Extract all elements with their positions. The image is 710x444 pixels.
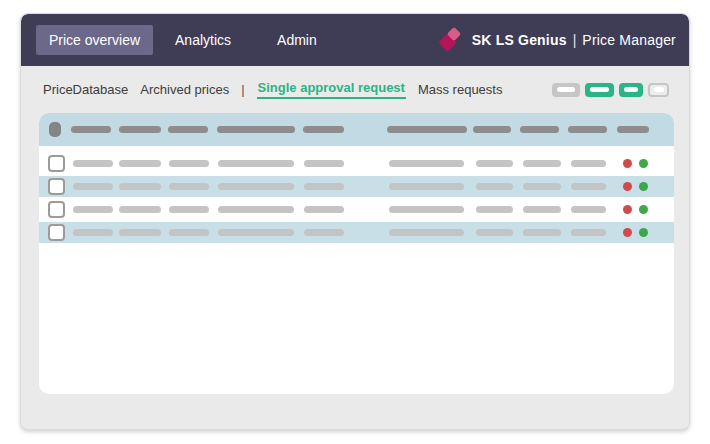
cell-skeleton-bar bbox=[523, 183, 561, 190]
row-checkbox[interactable] bbox=[48, 224, 65, 241]
cell-skeleton-bar bbox=[476, 229, 513, 236]
cell-skeleton-bar bbox=[571, 160, 606, 167]
cell-skeleton-bar bbox=[169, 206, 209, 213]
status-dot-2 bbox=[639, 205, 648, 214]
cell-skeleton-bar bbox=[523, 206, 561, 213]
button-bar-placeholder bbox=[624, 87, 638, 92]
subnav-link-archived-prices[interactable]: Archived prices bbox=[140, 82, 229, 97]
column-header-skeleton bbox=[217, 126, 295, 133]
subnav-link-mass-requests[interactable]: Mass requests bbox=[418, 82, 503, 97]
status-dot-2 bbox=[639, 228, 648, 237]
cell-skeleton-bar bbox=[389, 229, 464, 236]
status-dot-1 bbox=[623, 182, 632, 191]
cell-skeleton-bar bbox=[119, 206, 161, 213]
select-all-placeholder[interactable] bbox=[49, 122, 61, 137]
cell-skeleton-bar bbox=[73, 206, 113, 213]
brand-separator: | bbox=[573, 32, 577, 48]
status-dot-1 bbox=[623, 159, 632, 168]
tab-admin[interactable]: Admin bbox=[277, 32, 317, 48]
subnav-link-pricedatabase[interactable]: PriceDatabase bbox=[43, 82, 128, 97]
double-diamond-icon bbox=[438, 27, 464, 53]
cell-skeleton-bar bbox=[119, 183, 161, 190]
column-header-skeleton bbox=[303, 126, 344, 133]
cell-skeleton-bar bbox=[169, 229, 209, 236]
row-checkbox[interactable] bbox=[48, 201, 65, 218]
status-dot-1 bbox=[623, 228, 632, 237]
cell-skeleton-bar bbox=[73, 183, 113, 190]
sub-navbar: PriceDatabase Archived prices | Single a… bbox=[21, 66, 689, 113]
column-header-skeleton bbox=[568, 126, 607, 133]
status-dot-2 bbox=[639, 159, 648, 168]
column-header-skeleton bbox=[520, 126, 559, 133]
action-button-1[interactable] bbox=[552, 83, 580, 97]
column-header-skeleton bbox=[473, 126, 511, 133]
cell-skeleton-bar bbox=[169, 160, 209, 167]
top-navbar: Price overview Analytics Admin SK LS Gen… bbox=[21, 14, 689, 66]
cell-skeleton-bar bbox=[304, 206, 344, 213]
table-header-row bbox=[39, 113, 674, 146]
row-checkbox[interactable] bbox=[48, 178, 65, 195]
cell-skeleton-bar bbox=[523, 160, 561, 167]
table-row[interactable] bbox=[39, 199, 674, 220]
cell-skeleton-bar bbox=[571, 206, 606, 213]
cell-skeleton-bar bbox=[476, 183, 513, 190]
cell-skeleton-bar bbox=[73, 160, 113, 167]
action-button-3[interactable] bbox=[619, 83, 643, 97]
column-header-skeleton bbox=[168, 126, 208, 133]
row-checkbox[interactable] bbox=[48, 155, 65, 172]
cell-skeleton-bar bbox=[304, 160, 344, 167]
cell-skeleton-bar bbox=[389, 160, 464, 167]
brand: SK LS Genius | Price Manager bbox=[438, 27, 676, 53]
cell-skeleton-bar bbox=[169, 183, 209, 190]
table-row[interactable] bbox=[39, 176, 674, 197]
button-bar-placeholder bbox=[557, 87, 575, 92]
cell-skeleton-bar bbox=[571, 183, 606, 190]
cell-skeleton-bar bbox=[389, 206, 464, 213]
cell-skeleton-bar bbox=[571, 229, 606, 236]
brand-name: SK LS Genius bbox=[472, 32, 567, 48]
app-window: Price overview Analytics Admin SK LS Gen… bbox=[20, 13, 690, 430]
button-bar-placeholder bbox=[590, 87, 609, 92]
cell-skeleton-bar bbox=[304, 229, 344, 236]
column-header-skeleton bbox=[119, 126, 161, 133]
screenshot-canvas: Price overview Analytics Admin SK LS Gen… bbox=[0, 0, 710, 444]
action-button-2[interactable] bbox=[585, 83, 614, 97]
subnav-separator: | bbox=[241, 82, 244, 97]
column-header-skeleton bbox=[387, 126, 467, 133]
cell-skeleton-bar bbox=[119, 229, 161, 236]
status-dot-2 bbox=[639, 182, 648, 191]
cell-skeleton-bar bbox=[218, 183, 294, 190]
cell-skeleton-bar bbox=[389, 183, 464, 190]
status-dot-1 bbox=[623, 205, 632, 214]
subnav-link-single-approval-request[interactable]: Single approval request bbox=[257, 80, 406, 99]
button-bar-placeholder bbox=[654, 87, 664, 92]
cell-skeleton-bar bbox=[218, 160, 294, 167]
cell-skeleton-bar bbox=[476, 206, 513, 213]
tab-analytics[interactable]: Analytics bbox=[175, 32, 231, 48]
table-row[interactable] bbox=[39, 222, 674, 243]
table-card bbox=[39, 113, 674, 394]
action-button-4[interactable] bbox=[648, 83, 669, 97]
cell-skeleton-bar bbox=[476, 160, 513, 167]
brand-product: Price Manager bbox=[582, 32, 676, 48]
cell-skeleton-bar bbox=[304, 183, 344, 190]
cell-skeleton-bar bbox=[218, 206, 294, 213]
column-header-skeleton bbox=[71, 126, 111, 133]
table-body bbox=[39, 146, 674, 243]
cell-skeleton-bar bbox=[523, 229, 561, 236]
tab-price-overview[interactable]: Price overview bbox=[36, 25, 153, 55]
column-header-skeleton bbox=[617, 126, 649, 133]
cell-skeleton-bar bbox=[119, 160, 161, 167]
subnav-toolbar bbox=[552, 83, 669, 97]
cell-skeleton-bar bbox=[218, 229, 294, 236]
table-row[interactable] bbox=[39, 153, 674, 174]
cell-skeleton-bar bbox=[73, 229, 113, 236]
